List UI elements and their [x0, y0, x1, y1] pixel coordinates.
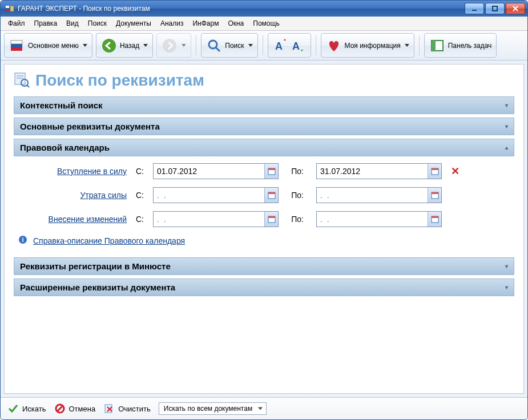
window-title: ГАРАНТ ЭКСПЕРТ - Поиск по реквизитам — [18, 5, 465, 13]
calendar-icon[interactable] — [428, 212, 441, 227]
search-icon — [206, 38, 222, 54]
to-label: По: — [283, 191, 312, 200]
font-decrease-icon: A — [290, 38, 306, 54]
cancel-action-button[interactable]: Отмена — [54, 403, 96, 414]
svg-line-12 — [216, 47, 220, 51]
svg-text:A: A — [292, 41, 300, 52]
forward-button[interactable] — [156, 33, 191, 58]
section-header-basic[interactable]: Основные реквизиты документа ▾ — [14, 118, 514, 135]
maximize-button[interactable] — [485, 3, 505, 14]
calendar-row-entry-force: Вступление в силу С: По: ✕ — [18, 163, 510, 179]
calendar-row-loss-force: Утрата силы С: По: — [18, 187, 510, 203]
svg-rect-27 — [268, 192, 275, 194]
svg-rect-31 — [268, 216, 275, 218]
menu-analysis[interactable]: Анализ — [156, 18, 188, 29]
flag-icon — [9, 38, 25, 54]
svg-rect-23 — [268, 168, 275, 170]
menu-file[interactable]: Файл — [4, 18, 29, 29]
my-info-button[interactable]: Моя информация — [321, 33, 414, 58]
svg-rect-17 — [15, 73, 25, 84]
section-extended: Расширенные реквизиты документа ▾ — [14, 278, 514, 296]
svg-rect-5 — [493, 6, 497, 11]
heart-icon — [326, 38, 342, 54]
font-size-button[interactable]: A A — [268, 33, 311, 58]
svg-rect-16 — [432, 41, 436, 51]
date-to-input[interactable] — [317, 164, 428, 179]
date-from-field — [153, 187, 279, 203]
menu-inform[interactable]: ИнФарм — [188, 18, 223, 29]
menu-search[interactable]: Поиск — [84, 18, 111, 29]
clear-form-icon — [103, 403, 115, 414]
date-to-field — [316, 211, 442, 227]
section-header-context[interactable]: Контекстный поиск ▾ — [14, 96, 514, 114]
date-to-field — [316, 187, 442, 203]
close-button[interactable] — [506, 3, 525, 14]
collapse-icon: ▾ — [505, 123, 508, 130]
row-label-link[interactable]: Утрата силы — [18, 191, 127, 200]
cancel-icon — [54, 403, 66, 414]
calendar-icon[interactable] — [428, 188, 441, 203]
menu-edit[interactable]: Правка — [30, 18, 62, 29]
toolbar-label: Поиск — [225, 42, 244, 50]
date-from-input[interactable] — [154, 188, 264, 203]
forward-icon — [162, 38, 178, 54]
date-to-input[interactable] — [317, 212, 428, 227]
toolbar-label: Панель задач — [448, 42, 492, 50]
calendar-icon[interactable] — [264, 188, 278, 203]
chevron-down-icon — [405, 44, 409, 47]
search-action-button[interactable]: Искать — [7, 403, 46, 414]
svg-line-37 — [57, 406, 63, 411]
search-scope-dropdown[interactable]: Искать по всем документам — [159, 402, 267, 415]
bottom-bar: Искать Отмена Очистить Искать по всем до… — [1, 397, 527, 419]
menu-view[interactable]: Вид — [62, 18, 83, 29]
section-basic: Основные реквизиты документа ▾ — [14, 118, 514, 135]
app-icon — [5, 4, 14, 13]
page-title-row: Поиск по реквизитам — [14, 71, 514, 90]
toolbar: Основное меню Назад Поиск A A Моя информ… — [1, 31, 527, 60]
section-body-calendar: Вступление в силу С: По: ✕ Утрата силы — [14, 156, 514, 254]
menu-documents[interactable]: Документы — [112, 18, 155, 29]
svg-rect-2 — [6, 10, 9, 11]
minimize-button[interactable] — [465, 3, 484, 14]
info-icon: i — [18, 235, 27, 246]
svg-rect-6 — [11, 41, 22, 44]
svg-text:A: A — [275, 41, 283, 52]
help-link[interactable]: Справка-описание Правового календаря — [33, 236, 185, 245]
search-button[interactable]: Поиск — [201, 33, 257, 58]
menu-windows[interactable]: Окна — [224, 18, 248, 29]
toolbar-label: Основное меню — [28, 42, 79, 50]
svg-rect-0 — [6, 6, 9, 8]
date-from-input[interactable] — [154, 212, 264, 227]
section-header-minjust[interactable]: Реквизиты регистрации в Минюсте ▾ — [14, 257, 514, 275]
to-label: По: — [283, 167, 312, 176]
page-title: Поиск по реквизитам — [35, 71, 204, 90]
check-icon — [7, 403, 19, 414]
clear-icon[interactable]: ✕ — [446, 165, 463, 177]
calendar-icon[interactable] — [264, 164, 278, 179]
menu-help[interactable]: Помощь — [249, 18, 283, 29]
toolbar-label: Назад — [120, 42, 139, 50]
date-from-input[interactable] — [154, 164, 264, 179]
svg-line-21 — [27, 85, 29, 87]
calendar-icon[interactable] — [264, 212, 278, 227]
svg-rect-4 — [472, 10, 477, 11]
section-header-calendar[interactable]: Правовой календарь ▴ — [14, 139, 514, 156]
calendar-icon[interactable] — [428, 164, 441, 179]
section-header-extended[interactable]: Расширенные реквизиты документа ▾ — [14, 278, 514, 296]
back-button[interactable]: Назад — [96, 33, 153, 58]
task-panel-button[interactable]: Панель задач — [424, 33, 497, 58]
font-increase-icon: A — [273, 38, 289, 54]
date-from-field — [153, 163, 279, 179]
svg-point-10 — [163, 39, 176, 52]
svg-rect-29 — [432, 192, 438, 194]
chevron-down-icon — [182, 44, 186, 47]
svg-point-9 — [102, 39, 116, 52]
date-from-field — [153, 211, 279, 227]
row-label-link[interactable]: Вступление в силу — [18, 167, 127, 176]
clear-action-button[interactable]: Очистить — [103, 403, 151, 414]
collapse-icon: ▾ — [505, 263, 508, 269]
date-to-input[interactable] — [317, 188, 428, 203]
main-menu-button[interactable]: Основное меню — [4, 33, 92, 58]
panel-icon — [429, 38, 445, 54]
row-label-link[interactable]: Внесение изменений — [18, 215, 127, 224]
